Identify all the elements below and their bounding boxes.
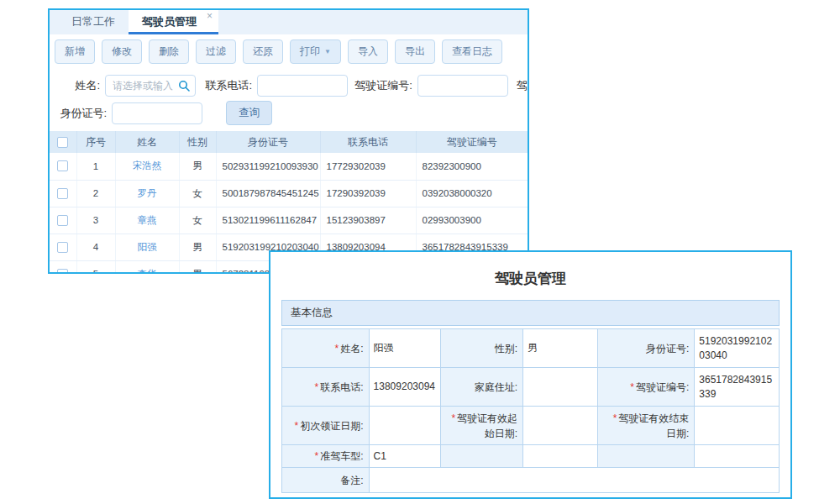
required-star: * (630, 381, 634, 393)
form-value-cell[interactable] (369, 468, 779, 493)
form-value-cell[interactable] (695, 407, 780, 445)
caret-down-icon: ▼ (324, 48, 331, 55)
column-header-身份证号: 身份证号 (216, 131, 320, 153)
form-label: 姓名: (340, 343, 363, 354)
table-header-row: 序号姓名性别身份证号联系电话驾驶证编号 (50, 131, 528, 153)
cell-checkbox (50, 153, 76, 180)
form-value-cell[interactable]: 3651782843915339 (695, 368, 780, 407)
form-label: 联系电话: (320, 381, 363, 393)
cell-phone: 15123903897 (320, 207, 416, 234)
toolbar-button-过滤[interactable]: 过滤 (196, 39, 236, 64)
toolbar-button-label: 导入 (358, 45, 378, 59)
driver-list-window: 日常工作 驾驶员管理 × 新增修改删除过滤还原打印▼导入导出查看日志 姓名: 联… (48, 8, 529, 274)
table-row: 3章燕女513021199611162847151239038970299300… (50, 207, 528, 234)
tab-daily-work[interactable]: 日常工作 (58, 10, 129, 34)
cell-phone: 17290392039 (320, 180, 416, 207)
toolbar-button-label: 查看日志 (452, 45, 492, 59)
form-row: *联系电话:13809203094家庭住址:*驾驶证编号:36517828439… (282, 368, 780, 407)
form-value-cell[interactable] (523, 368, 598, 407)
form-value-cell[interactable] (523, 407, 598, 445)
cell-name: 李华 (115, 260, 179, 274)
form-row: *姓名:阳强性别:男身份证号:519203199210203040 (282, 329, 780, 368)
form-label-cell (597, 445, 694, 468)
idcard-filter-input[interactable] (112, 102, 202, 124)
form-row: *准驾车型:C1 (282, 445, 780, 468)
cell-id-number: 500187987845451245 (216, 180, 320, 207)
table-row: 2罗丹女500187987845451245172903920390392038… (50, 180, 528, 207)
cell-license: 02993003900 (416, 207, 528, 234)
form-label-cell: 家庭住址: (441, 368, 523, 407)
tab-driver-management[interactable]: 驾驶员管理 × (129, 10, 218, 34)
toolbar-button-查看日志[interactable]: 查看日志 (442, 39, 502, 64)
driver-name-link[interactable]: 章燕 (138, 215, 157, 225)
row-checkbox[interactable] (57, 215, 68, 226)
row-checkbox[interactable] (57, 160, 68, 171)
form-label-cell: *姓名: (282, 329, 370, 368)
cell-no: 2 (76, 180, 115, 207)
toolbar-button-label: 还原 (253, 45, 273, 59)
driver-name-link[interactable]: 宋浩然 (133, 160, 162, 171)
close-icon[interactable]: × (207, 11, 213, 21)
name-filter-label: 姓名: (50, 78, 105, 93)
column-header-序号: 序号 (76, 131, 115, 153)
toolbar-button-打印[interactable]: 打印▼ (290, 39, 341, 64)
license-filter-input[interactable] (417, 75, 508, 97)
form-value-cell[interactable] (695, 445, 780, 468)
query-button[interactable]: 查询 (226, 101, 272, 125)
cell-id-number: 502931199210093930 (216, 153, 320, 180)
filter-panel: 姓名: 联系电话: 驾驶证编号: 驾 身份证号: 查询 (50, 68, 528, 129)
cell-gender: 男 (179, 234, 216, 260)
select-all-checkbox[interactable] (57, 137, 68, 148)
form-value-cell[interactable]: 519203199210203040 (695, 329, 780, 368)
toolbar-button-导出[interactable]: 导出 (395, 39, 435, 64)
form-row: *初次领证日期:*驾驶证有效起始日期:*驾驶证有效结束日期: (282, 407, 780, 445)
phone-filter-input[interactable] (257, 75, 348, 97)
toolbar-button-label: 新增 (65, 45, 85, 59)
form-label-cell: 性别: (441, 329, 523, 368)
form-value-cell[interactable]: 阳强 (369, 329, 441, 368)
form-value-cell[interactable] (523, 445, 598, 468)
toolbar-button-新增[interactable]: 新增 (55, 39, 95, 64)
filter-row-2: 身份证号: 查询 (50, 99, 528, 127)
driver-name-link[interactable]: 阳强 (138, 242, 157, 252)
toolbar-button-还原[interactable]: 还原 (243, 39, 283, 64)
cell-checkbox (50, 207, 76, 234)
select-all-header-cell (50, 131, 76, 153)
cell-gender: 女 (179, 180, 216, 207)
form-value-cell[interactable]: 13809203094 (369, 368, 441, 407)
clipped-filter-label: 驾 (517, 78, 528, 93)
row-checkbox[interactable] (57, 242, 68, 253)
form-label-cell: *准驾车型: (282, 445, 370, 468)
form-label: 驾驶证有效结束日期: (618, 412, 689, 439)
idcard-filter-label: 身份证号: (50, 106, 112, 121)
driver-detail-dialog: 驾驶员管理 基本信息 *姓名:阳强性别:男身份证号:51920319921020… (269, 250, 792, 499)
driver-name-link[interactable]: 李华 (138, 269, 157, 275)
driver-name-link[interactable]: 罗丹 (138, 188, 157, 198)
form-label: 家庭住址: (475, 381, 517, 393)
row-checkbox[interactable] (57, 269, 68, 274)
toolbar-button-删除[interactable]: 删除 (149, 39, 189, 64)
dialog-title: 驾驶员管理 (270, 269, 790, 288)
cell-phone: 17729302039 (320, 153, 416, 180)
section-basic-info: 基本信息 (281, 300, 780, 326)
toolbar-button-导入[interactable]: 导入 (348, 39, 388, 64)
row-checkbox[interactable] (57, 188, 68, 199)
form-label: 初次领证日期: (300, 420, 363, 432)
form-value-cell[interactable] (369, 407, 441, 445)
cell-license: 0392038000320 (416, 180, 528, 207)
toolbar-button-修改[interactable]: 修改 (102, 39, 142, 64)
tab-bar: 日常工作 驾驶员管理 × (50, 10, 528, 34)
form-label-cell: *初次领证日期: (282, 407, 370, 445)
search-icon[interactable] (178, 80, 190, 92)
form-label: 性别: (495, 343, 517, 354)
column-header-驾驶证编号: 驾驶证编号 (416, 131, 528, 153)
cell-name: 罗丹 (115, 180, 179, 207)
form-value-cell[interactable]: 男 (523, 329, 598, 368)
form-label: 身份证号: (646, 343, 689, 354)
cell-gender: 男 (179, 153, 216, 180)
form-value-cell[interactable]: C1 (369, 445, 441, 468)
cell-id-number: 513021199611162847 (216, 207, 320, 234)
required-star: * (613, 412, 617, 424)
cell-checkbox (50, 234, 76, 260)
cell-checkbox (50, 260, 76, 274)
